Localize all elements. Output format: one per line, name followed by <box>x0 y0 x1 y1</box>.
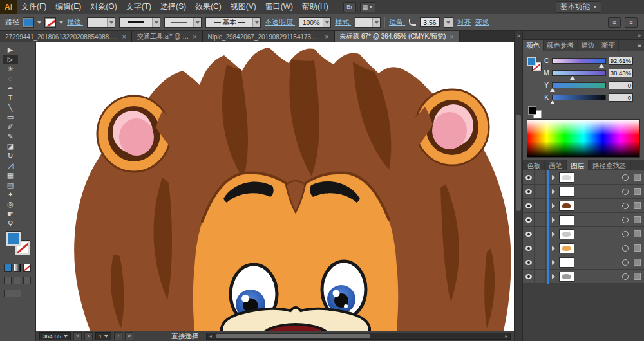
selection-square[interactable] <box>634 202 641 209</box>
visibility-cell[interactable] <box>523 185 535 198</box>
lock-cell[interactable] <box>535 241 546 255</box>
type-tool[interactable]: T <box>3 93 18 103</box>
corner-panel-link[interactable]: 边角: <box>389 17 405 27</box>
lasso-tool[interactable]: ◌ <box>3 74 18 84</box>
draw-behind-icon[interactable] <box>14 277 21 284</box>
tab-overflow-icon[interactable]: » <box>515 31 522 41</box>
tab-gradient[interactable]: 渐变 <box>598 40 619 51</box>
menu-file[interactable]: 文件(F) <box>17 0 51 14</box>
magenta-value-field[interactable]: 38.43% <box>609 69 633 77</box>
pencil-tool[interactable]: ✎ <box>3 132 18 142</box>
draw-inside-icon[interactable] <box>23 277 31 284</box>
lion-artwork[interactable] <box>36 42 514 331</box>
menu-edit[interactable]: 编辑(E) <box>51 0 86 14</box>
fill-swatch[interactable] <box>6 232 21 246</box>
eraser-tool[interactable]: ◪ <box>3 142 18 151</box>
disclosure-triangle-icon[interactable] <box>552 246 555 251</box>
tab-color-guide[interactable]: 颜色参考 <box>544 40 578 51</box>
disclosure-triangle-icon[interactable] <box>552 217 555 223</box>
document-tab-4-active[interactable]: 未标题-67* @ 364.65% (CMYK/预览) × <box>335 31 460 42</box>
magenta-slider[interactable] <box>552 70 606 76</box>
close-icon[interactable]: × <box>122 33 126 40</box>
menu-effect[interactable]: 效果(C) <box>191 0 226 14</box>
workspace-switcher-button[interactable]: 基本功能 <box>556 1 601 13</box>
lion-left-ear[interactable] <box>97 96 171 172</box>
slider-thumb[interactable] <box>570 76 575 80</box>
graphic-style-dropdown[interactable] <box>355 17 381 28</box>
selection-tool[interactable]: ▶ <box>3 45 18 55</box>
opacity-dropdown[interactable]: 100% <box>299 17 331 28</box>
eye-icon[interactable] <box>525 175 532 180</box>
hand-tool[interactable]: ☛ <box>3 209 18 219</box>
menu-select[interactable]: 选择(S) <box>156 0 191 14</box>
black-slider[interactable] <box>552 95 606 100</box>
disclosure-triangle-icon[interactable] <box>552 189 555 194</box>
stroke-weight-dropdown[interactable] <box>87 17 115 28</box>
close-icon[interactable]: × <box>193 33 196 40</box>
style-panel-link[interactable]: 样式: <box>335 17 351 27</box>
menu-object[interactable]: 对象(O) <box>86 0 121 14</box>
visibility-cell[interactable] <box>523 270 535 283</box>
tab-color[interactable]: 颜色 <box>523 40 544 51</box>
lock-cell[interactable] <box>535 185 546 198</box>
target-circle-icon[interactable] <box>622 273 629 280</box>
control-bar-menu-icon[interactable]: ≡ <box>625 17 638 28</box>
target-circle-icon[interactable] <box>622 189 629 195</box>
disclosure-triangle-icon[interactable] <box>552 203 555 208</box>
previous-artboard-button[interactable]: ‹ <box>84 332 93 340</box>
tab-swatches[interactable]: 色板 <box>523 160 545 170</box>
color-mode-icon[interactable] <box>4 264 12 272</box>
eye-icon[interactable] <box>525 232 532 237</box>
slider-thumb[interactable] <box>550 88 555 92</box>
scale-tool[interactable]: ◿ <box>3 161 18 170</box>
bridge-icon[interactable]: Br <box>343 2 356 12</box>
layer-row[interactable] <box>523 185 644 199</box>
transform-panel-link[interactable]: 变换 <box>475 17 489 27</box>
opacity-panel-link[interactable]: 不透明度: <box>265 17 295 27</box>
fill-dropdown-icon[interactable] <box>37 21 41 24</box>
eye-icon[interactable] <box>525 189 532 194</box>
magic-wand-tool[interactable]: ✳ <box>3 64 18 74</box>
disclosure-triangle-icon[interactable] <box>552 274 555 279</box>
lock-cell[interactable] <box>535 199 546 212</box>
zoom-tool[interactable]: ⚲ <box>3 219 18 228</box>
layer-row[interactable] <box>523 199 644 213</box>
cyan-value-field[interactable]: 92.61% <box>609 57 633 65</box>
layer-row[interactable] <box>523 170 644 185</box>
selection-square[interactable] <box>634 174 641 181</box>
slider-thumb[interactable] <box>550 100 555 104</box>
eyedropper-tool[interactable]: ✦ <box>3 190 18 199</box>
canvas-horizontal-scrollbar[interactable]: ◂ ▸ <box>206 333 511 340</box>
rotate-tool[interactable]: ↻ <box>3 151 18 161</box>
fill-color-swatch[interactable] <box>23 18 33 27</box>
vertical-scroll-thumb[interactable] <box>516 115 521 211</box>
scroll-right-icon[interactable]: ▸ <box>503 333 510 339</box>
lock-cell[interactable] <box>535 213 546 226</box>
yellow-slider[interactable] <box>552 82 606 88</box>
color-spectrum-bar[interactable] <box>527 119 640 158</box>
disclosure-triangle-icon[interactable] <box>552 232 555 237</box>
visibility-cell[interactable] <box>523 213 535 226</box>
stroke-profile-dropdown[interactable]: 基本 <box>205 17 261 28</box>
none-mode-icon[interactable] <box>23 264 31 272</box>
disclosure-triangle-icon[interactable] <box>552 175 555 180</box>
selection-square[interactable] <box>634 244 641 252</box>
eye-icon[interactable] <box>525 274 532 279</box>
brush-definition-dropdown[interactable] <box>119 17 160 28</box>
lock-cell[interactable] <box>535 227 546 241</box>
layer-row[interactable] <box>523 270 644 284</box>
close-icon[interactable]: × <box>450 33 453 40</box>
corner-radius-field[interactable]: 3.56 <box>420 17 439 27</box>
last-artboard-button[interactable]: » <box>125 332 133 340</box>
menu-type[interactable]: 文字(T) <box>122 0 156 14</box>
rectangle-tool[interactable]: ▭ <box>3 113 18 122</box>
eye-icon[interactable] <box>525 203 532 208</box>
document-tab-2[interactable]: 交通工具.ai* @ … × <box>132 31 203 42</box>
width-profile-dropdown[interactable] <box>164 17 202 28</box>
disclosure-triangle-icon[interactable] <box>552 260 555 265</box>
layer-row[interactable] <box>523 255 644 270</box>
visibility-cell[interactable] <box>523 170 535 184</box>
artboard-navigation-select[interactable]: 1 <box>95 332 111 340</box>
canvas-vertical-scrollbar[interactable]: » <box>514 31 523 341</box>
selection-square[interactable] <box>634 216 641 223</box>
